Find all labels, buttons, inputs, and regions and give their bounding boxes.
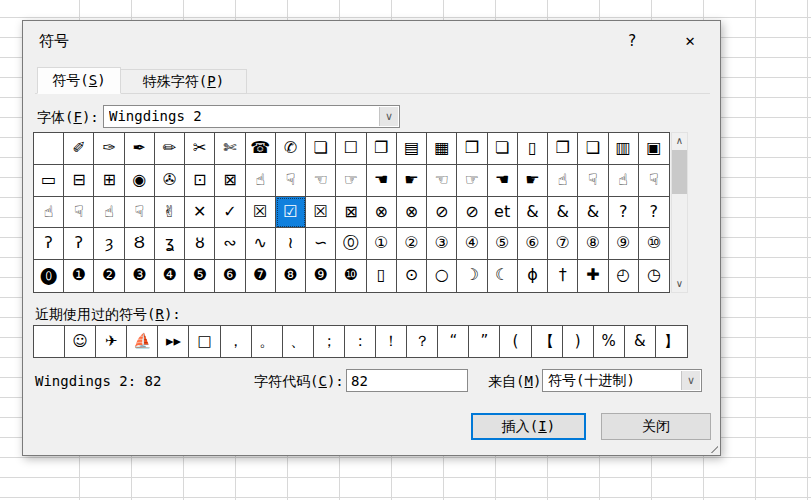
symbol-cell[interactable]: ?: [639, 197, 669, 229]
symbol-cell[interactable]: ⑦: [548, 228, 578, 260]
symbol-cell[interactable]: Ȣ: [125, 228, 155, 260]
symbol-cell[interactable]: et: [488, 197, 518, 229]
symbol-cell[interactable]: ⊘: [427, 197, 457, 229]
symbol-cell[interactable]: ❽: [276, 260, 306, 292]
scroll-up-icon[interactable]: ∧: [672, 133, 687, 149]
close-icon[interactable]: ✕: [674, 28, 706, 53]
scroll-down-icon[interactable]: ∨: [672, 276, 687, 292]
symbol-cell[interactable]: ☝: [94, 197, 124, 229]
symbol-cell[interactable]: ☞: [336, 165, 366, 197]
symbol-cell[interactable]: ✓: [215, 197, 245, 229]
symbol-cell[interactable]: ⊡: [185, 165, 215, 197]
recent-symbol-cell[interactable]: ▸▸: [158, 326, 189, 357]
insert-button[interactable]: 插入(I): [471, 413, 586, 440]
recent-symbol-cell[interactable]: ；: [314, 326, 345, 357]
symbol-cell[interactable]: ▦: [427, 133, 457, 165]
symbol-cell[interactable]: ⊗: [397, 197, 427, 229]
symbol-cell[interactable]: ✇: [155, 165, 185, 197]
tab-symbols[interactable]: 符号(S): [37, 67, 121, 94]
chevron-down-icon[interactable]: ∨: [379, 107, 398, 126]
symbol-cell[interactable]: ☟: [64, 197, 94, 229]
symbol-cell[interactable]: ①: [367, 228, 397, 260]
scrollbar-thumb[interactable]: [672, 150, 687, 194]
from-select[interactable]: 符号(十进制) ∨: [542, 369, 702, 392]
symbol-cell[interactable]: ❑: [578, 133, 608, 165]
recent-symbol-cell[interactable]: □: [189, 326, 220, 357]
symbol-cell[interactable]: ☽: [457, 260, 487, 292]
recent-symbol-cell[interactable]: ✈: [96, 326, 127, 357]
symbol-cell[interactable]: ☜: [427, 165, 457, 197]
symbol-cell[interactable]: &: [518, 197, 548, 229]
symbol-cell[interactable]: ☝: [34, 197, 64, 229]
symbol-cell[interactable]: ✒: [125, 133, 155, 165]
symbol-cell[interactable]: ☝: [246, 165, 276, 197]
symbol-cell[interactable]: ❏: [306, 133, 336, 165]
symbol-cell[interactable]: ∾: [215, 228, 245, 260]
symbol-cell[interactable]: &: [578, 197, 608, 229]
symbol-cell[interactable]: ❐: [367, 133, 397, 165]
symbol-cell[interactable]: ☚: [488, 165, 518, 197]
symbol-cell[interactable]: ③: [427, 228, 457, 260]
resize-grip[interactable]: [706, 441, 718, 453]
recent-symbol-cell[interactable]: 【: [532, 326, 563, 357]
symbol-cell[interactable]: ȣ: [185, 228, 215, 260]
symbol-cell[interactable]: ◉: [125, 165, 155, 197]
symbol-cell[interactable]: ❶: [64, 260, 94, 292]
symbol-cell[interactable]: ☑: [276, 197, 306, 229]
symbol-cell[interactable]: ❻: [215, 260, 245, 292]
recent-symbol-cell[interactable]: (: [500, 326, 531, 357]
font-select[interactable]: Wingdings 2 ∨: [103, 105, 400, 128]
help-icon[interactable]: ?: [620, 30, 644, 52]
chevron-down-icon[interactable]: ∨: [681, 371, 700, 390]
recent-symbol-cell[interactable]: ！: [376, 326, 407, 357]
symbol-cell[interactable]: [34, 133, 64, 165]
symbol-cell[interactable]: ʔ: [64, 228, 94, 260]
recent-symbol-cell[interactable]: ：: [345, 326, 376, 357]
symbol-cell[interactable]: ⊗: [367, 197, 397, 229]
symbol-cell[interactable]: ❏: [488, 133, 518, 165]
symbol-cell[interactable]: ☞: [457, 165, 487, 197]
symbol-cell[interactable]: ②: [397, 228, 427, 260]
recent-symbol-cell[interactable]: ☺: [65, 326, 96, 357]
symbol-cell[interactable]: ✐: [64, 133, 94, 165]
symbol-cell[interactable]: ⑩: [639, 228, 669, 260]
symbol-cell[interactable]: ⊞: [94, 165, 124, 197]
symbol-cell[interactable]: ☾: [488, 260, 518, 292]
symbol-cell[interactable]: ○: [427, 260, 457, 292]
recent-symbol-cell[interactable]: [34, 326, 65, 357]
recent-symbol-cell[interactable]: ，: [221, 326, 252, 357]
recent-symbol-cell[interactable]: ”: [469, 326, 500, 357]
symbol-cell[interactable]: ☜: [306, 165, 336, 197]
symbol-cell[interactable]: ❺: [185, 260, 215, 292]
symbol-cell[interactable]: ʓ: [155, 228, 185, 260]
symbol-cell[interactable]: &: [548, 197, 578, 229]
symbol-cell[interactable]: ✄: [215, 133, 245, 165]
symbol-cell[interactable]: ☒: [306, 197, 336, 229]
symbol-cell[interactable]: ❸: [125, 260, 155, 292]
symbol-cell[interactable]: ❐: [548, 133, 578, 165]
symbol-cell[interactable]: ◷: [639, 260, 669, 292]
recent-symbol-cell[interactable]: ): [563, 326, 594, 357]
symbol-cell[interactable]: ✚: [578, 260, 608, 292]
recent-symbol-cell[interactable]: ⛵: [127, 326, 158, 357]
symbol-cell[interactable]: ✂: [185, 133, 215, 165]
recent-symbol-cell[interactable]: 。: [252, 326, 283, 357]
symbol-cell[interactable]: ☝: [548, 165, 578, 197]
symbol-cell[interactable]: ☛: [518, 165, 548, 197]
symbol-cell[interactable]: ⑤: [488, 228, 518, 260]
symbol-cell[interactable]: ≀: [276, 228, 306, 260]
symbol-cell[interactable]: ⊠: [215, 165, 245, 197]
symbol-cell[interactable]: ▥: [609, 133, 639, 165]
symbol-cell[interactable]: †: [548, 260, 578, 292]
symbol-cell[interactable]: ✏: [155, 133, 185, 165]
symbol-cell[interactable]: ❒: [457, 133, 487, 165]
symbol-cell[interactable]: ⓿: [34, 260, 64, 292]
symbol-cell[interactable]: ☟: [125, 197, 155, 229]
symbol-cell[interactable]: ◴: [609, 260, 639, 292]
symbol-cell[interactable]: ▭: [34, 165, 64, 197]
character-code-input[interactable]: [346, 369, 468, 392]
symbol-cell[interactable]: ⊠: [336, 197, 366, 229]
symbol-cell[interactable]: ✆: [276, 133, 306, 165]
symbol-cell[interactable]: ❹: [155, 260, 185, 292]
symbol-cell[interactable]: ☐: [336, 133, 366, 165]
